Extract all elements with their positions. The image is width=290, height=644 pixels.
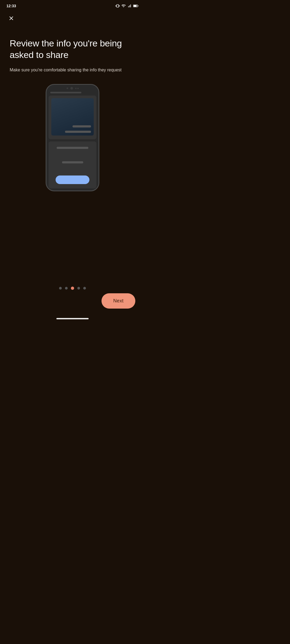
dot-2: [65, 287, 68, 290]
phone-illustration: [10, 84, 135, 191]
dot-5: [83, 287, 86, 290]
phone-cta-button: [56, 175, 89, 184]
phone-screen-bottom: [49, 141, 96, 188]
dot-3-active: [71, 287, 74, 290]
phone-bar-1: [73, 125, 91, 127]
phone-top-hint-bar: [50, 92, 81, 93]
phone-frame: [46, 84, 99, 191]
status-bar: 12:33: [0, 0, 145, 11]
pagination-dots: [0, 287, 145, 290]
phone-line-2: [62, 161, 83, 163]
vibrate-icon: [115, 4, 120, 8]
phone-line-1: [57, 147, 89, 149]
main-content: Review the info you're being asked to sh…: [0, 11, 145, 191]
phone-camera-area: [46, 85, 99, 90]
page-title: Review the info you're being asked to sh…: [10, 38, 135, 60]
close-button[interactable]: [6, 13, 16, 23]
phone-bar-2: [65, 131, 91, 133]
status-icons: [115, 4, 139, 8]
signal-icon: [127, 4, 132, 8]
close-icon: [8, 15, 15, 21]
status-time: 12:33: [6, 4, 16, 8]
dot-1: [59, 287, 62, 290]
phone-screen-top: [49, 96, 96, 139]
phone-side-button: [99, 112, 99, 122]
battery-icon: [133, 4, 139, 8]
wifi-icon: [121, 4, 126, 8]
home-indicator: [56, 318, 89, 319]
svg-rect-1: [138, 5, 139, 6]
next-button[interactable]: Next: [102, 293, 135, 309]
page-subtitle: Make sure you're comfortable sharing the…: [10, 67, 135, 73]
dot-4: [77, 287, 80, 290]
svg-rect-2: [133, 5, 137, 7]
